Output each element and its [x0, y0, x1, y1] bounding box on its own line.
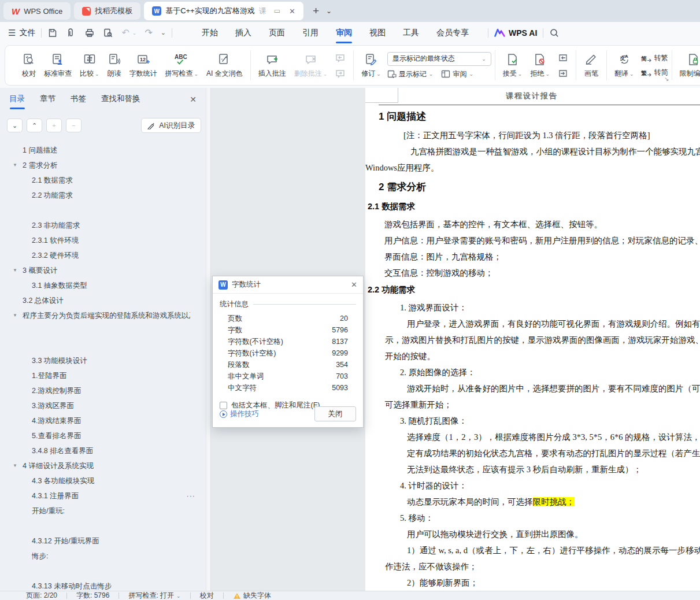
toc-item[interactable]: 3.4.8 排名查看界面 [0, 443, 206, 458]
toc-collapse-arrow-icon[interactable]: ▼ [13, 308, 17, 323]
insert-comment-button[interactable]: 插入批注 [254, 47, 290, 83]
toc-item[interactable]: 4.游戏结束界面 [0, 413, 206, 428]
toc-collapse-arrow-icon[interactable]: ▼ [13, 458, 17, 473]
proofread-button[interactable]: 校对 [18, 47, 40, 83]
previous-comment-button[interactable] [333, 51, 348, 64]
sidebar-tab-章节[interactable]: 章节 [40, 94, 55, 109]
next-comment-button[interactable] [333, 67, 348, 80]
standard-review-button[interactable]: 标准审查 [40, 47, 76, 83]
word-count-dialog-titlebar[interactable]: W 字数统计 ✕ [213, 276, 363, 294]
toc-item[interactable]: 2.3.1 软件环境 [0, 233, 206, 248]
group-expand-icon[interactable]: ↘ [664, 76, 669, 82]
ai-recognize-toc-button[interactable]: AI识别目录 [141, 118, 201, 133]
toc-item[interactable]: 3.2 总体设计 [0, 293, 206, 308]
compare-button[interactable]: 比较⌄ [76, 47, 103, 83]
toc-item[interactable]: 悔步: [0, 549, 206, 564]
new-tab-button[interactable]: + [313, 5, 319, 17]
status-spell-check[interactable]: 拼写检查: 打开 ⌄ [128, 591, 180, 600]
status-proofread[interactable]: 校对 [200, 591, 214, 600]
status-missing-font[interactable]: 缺失字体 [233, 591, 271, 600]
reject-change-button[interactable]: 拒绝⌄ [526, 47, 554, 83]
undo-dropdown-icon[interactable]: ⌄ [132, 30, 137, 36]
menu-item-插入[interactable]: 插入 [227, 23, 260, 43]
tips-link[interactable]: 操作技巧 [220, 409, 259, 419]
ai-polish-button[interactable]: AI 全文润色 [202, 47, 247, 83]
toc-expand-down-button[interactable]: ⌄ [7, 118, 23, 132]
menu-item-页面[interactable]: 页面 [260, 23, 294, 43]
tab-document[interactable]: W 基于C++实现的九宫格游戏 课 ▭ ✕ [144, 2, 303, 20]
restrict-editing-button[interactable]: 限制编辑 [676, 47, 700, 83]
spell-check-button[interactable]: ABC 拼写检查⌄ [161, 47, 203, 83]
toc-item[interactable]: ▼3 概要设计 [0, 263, 206, 278]
toc-collapse-up-button[interactable]: ⌃ [27, 118, 42, 132]
sidebar-tab-书签[interactable]: 书签 [71, 94, 86, 109]
tab-wps-office[interactable]: W WPS Office [3, 2, 71, 20]
file-menu[interactable]: ☰ 文件 [8, 28, 35, 38]
accept-change-button[interactable]: 接受⌄ [499, 47, 527, 83]
toc-zoom-in-button[interactable]: + [46, 118, 62, 132]
toc-item[interactable]: 1 问题描述 [0, 143, 206, 158]
toc-item[interactable]: ▼4 详细设计及系统实现 [0, 458, 206, 473]
toc-item[interactable]: ▼2 需求分析 [0, 158, 206, 173]
toc-item[interactable]: 开始/重玩: [0, 503, 206, 518]
menu-item-开始[interactable]: 开始 [193, 23, 227, 43]
toc-item[interactable]: 5.查看排名界面 [0, 428, 206, 443]
menu-item-审阅[interactable]: 审阅 [327, 23, 361, 43]
redo-button[interactable]: ↷ [145, 27, 152, 38]
marks-state-dropdown[interactable]: 显示标记的最终状态 ⌄ [387, 52, 491, 66]
wps-ai-menu[interactable]: WPS AI [494, 28, 537, 38]
word-count-dialog-close-icon[interactable]: ✕ [351, 280, 357, 289]
track-changes-button[interactable]: 修订⌄ [357, 47, 385, 83]
share-screen-icon[interactable]: ▭ [274, 7, 280, 15]
to-traditional-button[interactable]: 简 转繁 [640, 53, 668, 63]
menu-item-会员专享[interactable]: 会员专享 [428, 23, 477, 43]
delete-comment-button[interactable]: 删除批注⌄ [290, 47, 332, 83]
toc-item[interactable]: 4.3.13 未移动时点击悔步 [0, 579, 206, 591]
toc-item[interactable]: 2.游戏控制界面 [0, 383, 206, 398]
toc-item[interactable]: ▼程序主要分为负责后端实现的登陆系统和游戏系统以及 ... [0, 308, 206, 323]
toc-item[interactable]: 1.登陆界面 [0, 368, 206, 383]
toc-item[interactable]: 2.2 功能需求 [0, 188, 206, 203]
export-pdf-button[interactable] [66, 28, 76, 38]
previous-change-button[interactable] [555, 51, 571, 64]
toolbar-options-chevron-icon[interactable]: ⌄ [161, 29, 166, 36]
toc-item[interactable]: 2.3 非功能需求 [0, 218, 206, 233]
status-word-count[interactable]: 字数: 5796 [76, 591, 109, 600]
save-button[interactable] [47, 28, 58, 38]
translate-button[interactable]: 文A 翻译⌄ [610, 47, 638, 83]
toc-collapse-arrow-icon[interactable]: ▼ [13, 263, 17, 278]
sidebar-tab-目录[interactable]: 目录 [9, 94, 25, 109]
toc-collapse-arrow-icon[interactable]: ▼ [13, 158, 17, 173]
ink-pen-button[interactable]: 画笔 [580, 47, 603, 83]
menu-item-引用[interactable]: 引用 [294, 23, 327, 43]
sidebar-close-icon[interactable]: ✕ [190, 95, 197, 104]
toc-zoom-out-button[interactable]: − [66, 118, 82, 132]
word-count-button[interactable]: 12 字数统计 [125, 47, 161, 83]
print-preview-button[interactable] [103, 28, 113, 38]
toc-item[interactable]: 4.3.12 开始/重玩界面 [0, 534, 206, 549]
search-icon[interactable] [549, 28, 560, 38]
tab-template[interactable]: 找稻壳模板 [74, 2, 140, 20]
close-button[interactable]: 关闭 [314, 406, 356, 421]
status-page-indicator[interactable]: 页面: 2/20 [26, 591, 57, 600]
sidebar-tab-查找和替换[interactable]: 查找和替换 [101, 94, 140, 109]
read-aloud-button[interactable]: 朗读 [103, 47, 125, 83]
menu-item-工具[interactable]: 工具 [394, 23, 428, 43]
toc-item[interactable]: 4.3 各功能模块实现 [0, 473, 206, 488]
toc-item[interactable]: 3.1 抽象数据类型 [0, 278, 206, 293]
print-button[interactable] [84, 28, 95, 38]
undo-button[interactable]: ↶ [121, 27, 129, 38]
tab-list-chevron-icon[interactable]: ⌄ [326, 7, 332, 15]
review-pane-button[interactable]: 审阅⌄ [441, 69, 473, 79]
show-marks-button[interactable]: 显示标记⌄ [387, 69, 434, 79]
document-page[interactable]: 课程设计报告 1 问题描述[注：正文用五号字宋体，行间距设为 1.3 倍行距，段… [365, 88, 700, 591]
toc-item[interactable]: 3.3 功能模块设计 [0, 353, 206, 368]
toc-item[interactable]: 3.游戏区界面 [0, 398, 206, 413]
toc-item-more[interactable]: ··· [187, 488, 196, 503]
next-change-button[interactable] [555, 67, 571, 80]
toc-item[interactable]: 2.3.2 硬件环境 [0, 248, 206, 263]
menu-item-视图[interactable]: 视图 [361, 23, 394, 43]
tab-close-icon[interactable]: ✕ [289, 7, 295, 16]
sidebar-scrollbar[interactable] [206, 88, 211, 591]
toc-item[interactable]: 2.1 数据需求 [0, 173, 206, 188]
